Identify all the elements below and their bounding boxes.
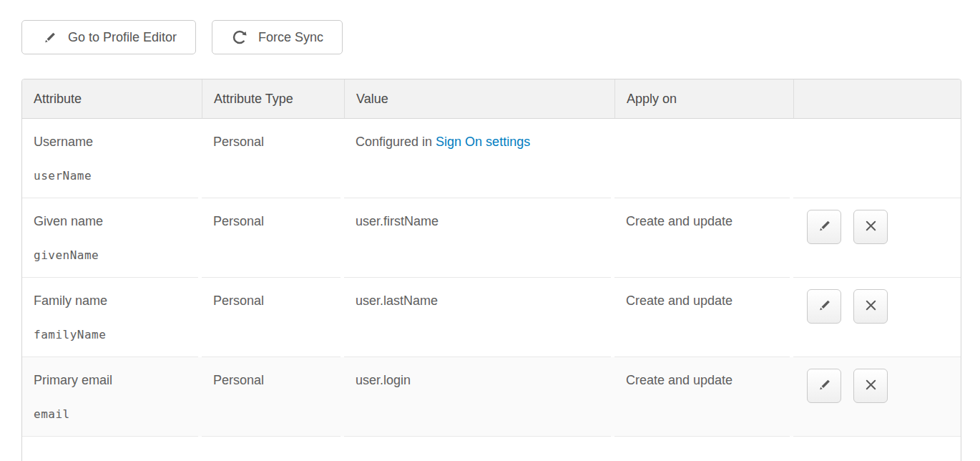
force-sync-label: Force Sync	[258, 31, 323, 44]
actions-cell	[793, 119, 961, 198]
sync-icon	[231, 29, 248, 46]
value-cell: user.firstName	[344, 198, 614, 278]
attribute-type-cell: Personal	[202, 278, 344, 357]
pencil-icon	[41, 29, 58, 46]
attribute-mappings-page: Go to Profile Editor Force Sync Attribut…	[0, 0, 980, 461]
table-row-given-name: Given name givenName Personal user.first…	[22, 198, 961, 278]
actions-cell	[793, 278, 961, 357]
column-header-actions	[793, 79, 961, 119]
attribute-mappings-table: Attribute Attribute Type Value Apply on …	[21, 79, 961, 461]
remove-button[interactable]	[853, 289, 888, 324]
force-sync-button[interactable]: Force Sync	[212, 20, 343, 54]
apply-on-cell: Create and update	[614, 198, 793, 278]
attribute-variable: email	[34, 407, 190, 421]
remove-button[interactable]	[853, 210, 888, 244]
attribute-cell: Given name givenName	[22, 198, 202, 278]
attribute-type-cell: Personal	[202, 119, 344, 198]
value-cell: user.login	[344, 357, 614, 437]
table-header: Attribute Attribute Type Value Apply on	[22, 79, 961, 119]
attribute-type-cell: Personal	[202, 357, 344, 437]
table-row-primary-email: Primary email email Personal user.login …	[22, 357, 961, 437]
column-header-value: Value	[344, 79, 614, 119]
pencil-icon	[816, 377, 833, 395]
edit-button[interactable]	[807, 210, 841, 244]
attribute-cell: Primary email email	[22, 357, 202, 437]
value-cell: user.lastName	[344, 278, 614, 357]
attribute-label: Given name	[34, 214, 190, 229]
attribute-label: Primary email	[34, 373, 190, 388]
attribute-type-cell: Personal	[202, 198, 344, 278]
column-header-apply-on: Apply on	[614, 79, 793, 119]
edit-button[interactable]	[807, 289, 841, 324]
go-to-profile-editor-label: Go to Profile Editor	[68, 31, 177, 44]
actions-cell	[793, 198, 961, 278]
close-icon	[863, 218, 878, 236]
table-row-username: Username userName Personal Configured in…	[22, 119, 961, 198]
pencil-icon	[816, 218, 833, 236]
attribute-variable: givenName	[34, 248, 190, 262]
column-header-attribute: Attribute	[22, 79, 202, 119]
table-row-family-name: Family name familyName Personal user.las…	[22, 278, 961, 357]
apply-on-cell	[614, 119, 793, 198]
apply-on-cell: Create and update	[614, 278, 793, 357]
remove-button[interactable]	[853, 369, 888, 403]
table-row-partial	[22, 437, 961, 461]
attribute-variable: userName	[34, 169, 190, 183]
edit-button[interactable]	[807, 369, 841, 403]
attribute-cell: Username userName	[22, 119, 202, 198]
attribute-variable: familyName	[34, 328, 190, 341]
column-header-attribute-type: Attribute Type	[202, 79, 344, 119]
pencil-icon	[816, 297, 833, 316]
close-icon	[863, 377, 878, 394]
close-icon	[863, 298, 878, 315]
empty-cell	[22, 437, 961, 461]
attribute-label: Username	[34, 135, 190, 150]
sign-on-settings-link[interactable]: Sign On settings	[436, 135, 530, 149]
value-text: Configured in	[356, 135, 436, 149]
value-cell: Configured in Sign On settings	[344, 119, 614, 198]
actions-cell	[793, 357, 961, 437]
toolbar: Go to Profile Editor Force Sync	[21, 20, 961, 54]
go-to-profile-editor-button[interactable]: Go to Profile Editor	[21, 20, 196, 54]
attribute-label: Family name	[34, 293, 190, 309]
apply-on-cell: Create and update	[614, 357, 793, 437]
attribute-cell: Family name familyName	[22, 278, 202, 357]
